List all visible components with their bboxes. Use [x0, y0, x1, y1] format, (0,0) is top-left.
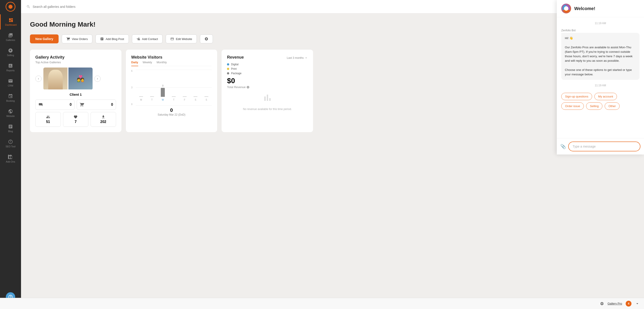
reports-icon [8, 63, 13, 68]
revenue-amount: $0 [227, 77, 308, 85]
legend-package-label: Package [231, 72, 242, 75]
website-icon [8, 109, 13, 114]
sidebar-item-blog[interactable]: Blog [0, 121, 21, 136]
downloads-stat: 202 [90, 112, 116, 127]
gallery-activity-subtitle: Top Active Galleries [35, 60, 116, 64]
view-orders-button[interactable]: View Orders [62, 34, 92, 44]
topbar: 3 M [21, 0, 322, 14]
search-icon [26, 5, 30, 9]
crm-icon [8, 78, 13, 84]
app-logo[interactable] [0, 0, 21, 14]
no-revenue-text: No revenue available for this time perio… [243, 108, 292, 111]
gallery-thumb-1 [44, 68, 68, 90]
downloads-value: 202 [100, 120, 106, 124]
view-orders-label: View Orders [72, 37, 88, 41]
add-contact-button[interactable]: Add Contact [132, 34, 163, 44]
favorites-stat: 7 [63, 112, 88, 127]
carousel-prev-button[interactable]: ‹ [35, 76, 42, 82]
gallery-carousel: ‹ 💑 [35, 68, 116, 90]
dashboard-content: Good Morning Mark! New Gallery View Orde… [21, 14, 322, 139]
sidebar-item-label-crm: CRM [8, 84, 13, 87]
add-blog-post-button[interactable]: Add Blog Post [96, 34, 128, 44]
sidebar-item-label-galleries: Galleries [6, 39, 15, 41]
sidebar-item-label-blog: Blog [8, 130, 13, 132]
legend-package: Package [227, 72, 308, 75]
cards-row: Gallery Activity Top Active Galleries ‹ … [30, 50, 313, 132]
website-visitors-title: Website Visitors [131, 55, 212, 60]
booking-icon [8, 94, 13, 98]
revenue-header: Revenue Last 3 months [227, 55, 308, 60]
bar-S1: S [194, 96, 198, 101]
comments-value: 0 [70, 103, 72, 107]
bar-S2: S [204, 96, 208, 101]
gallery-activity-card: Gallery Activity Top Active Galleries ‹ … [30, 50, 122, 132]
bar-T1: T [150, 96, 154, 101]
sidebar-item-selling[interactable]: Selling [0, 45, 21, 60]
sidebar-item-website[interactable]: Website [0, 106, 21, 121]
carousel-next-button[interactable]: › [94, 76, 100, 82]
main-content: Good Morning Mark! New Gallery View Orde… [21, 0, 322, 154]
downloads-icon [101, 115, 105, 119]
visitors-chart: 6 3 0 M [131, 70, 212, 106]
sidebar-nav: Dashboard Galleries Selling Reports CRM … [0, 14, 21, 154]
dashboard-icon [8, 18, 14, 22]
legend-digital-label: Digital [231, 63, 238, 66]
revenue-chart-icon [262, 92, 273, 103]
favorites-value: 7 [75, 120, 77, 124]
sidebar-item-label-selling: Selling [7, 54, 14, 56]
add-blog-icon [100, 37, 104, 41]
sidebar-item-seo[interactable]: SEO Tool [0, 136, 21, 151]
selling-icon [8, 48, 13, 53]
add-contact-label: Add Contact [142, 37, 158, 41]
cart-icon [80, 102, 84, 107]
sidebar-item-addons[interactable]: Add-Ons [0, 151, 21, 154]
revenue-period: Last 3 months [287, 56, 308, 60]
visitors-stat: 51 [35, 112, 61, 127]
sidebar-item-crm[interactable]: CRM [0, 75, 21, 90]
sidebar-item-label-seo: SEO Tool [6, 145, 16, 148]
sidebar-item-dashboard[interactable]: Dashboard [0, 14, 21, 30]
search-input[interactable] [33, 5, 100, 8]
action-bar: New Gallery View Orders Add Blog Post Ad… [30, 34, 313, 44]
info-icon [246, 86, 250, 89]
revenue-title: Revenue [227, 55, 244, 60]
seo-icon [8, 139, 13, 144]
star-icon [204, 37, 208, 41]
revenue-chart-area: No revenue available for this time perio… [227, 92, 308, 111]
bar-M: M [139, 96, 143, 101]
sidebar: Dashboard Galleries Selling Reports CRM … [0, 0, 21, 154]
edit-website-button[interactable]: Edit Website [166, 34, 197, 44]
sidebar-item-galleries[interactable]: Galleries [0, 30, 21, 45]
tab-weekly[interactable]: Weekly [143, 60, 152, 66]
bar-F: F [183, 96, 187, 101]
chart-y-labels: 6 3 0 [131, 70, 135, 106]
gallery-stats-top: 0 0 [35, 100, 116, 110]
star-button[interactable] [200, 34, 213, 44]
legend-print: Print [227, 67, 308, 70]
new-gallery-button[interactable]: New Gallery [30, 34, 58, 44]
revenue-label: Total Revenue [227, 86, 308, 89]
gallery-stats-bottom: 51 7 202 [35, 112, 116, 127]
favorites-icon [74, 115, 78, 119]
tab-daily[interactable]: Daily [131, 60, 138, 66]
gallery-grid: 💑 🤱 📷 74 photos [44, 68, 92, 90]
revenue-legend: Digital Print Package [227, 63, 308, 75]
visitors-value: 51 [46, 120, 50, 124]
greeting-heading: Good Morning Mark! [30, 20, 313, 28]
visitors-icon [46, 115, 50, 119]
legend-digital: Digital [227, 63, 308, 66]
comments-icon [38, 102, 43, 107]
tab-monthly[interactable]: Monthly [156, 60, 167, 66]
sidebar-item-label-website: Website [6, 115, 15, 118]
bar-T2: T [172, 96, 176, 101]
add-contact-icon [137, 37, 140, 41]
gallery-activity-title: Gallery Activity [35, 55, 116, 60]
sidebar-item-reports[interactable]: Reports [0, 60, 21, 75]
visitors-tabs: Daily Weekly Monthly [131, 60, 212, 66]
revenue-card: Revenue Last 3 months Digital Print [222, 50, 313, 132]
sidebar-item-label-booking: Booking [6, 100, 15, 102]
chart-date: Saturday Mar 22 (DoD) [131, 113, 212, 116]
search-wrap [26, 5, 322, 9]
sidebar-item-booking[interactable]: Booking [0, 90, 21, 106]
comments-stat: 0 [35, 100, 74, 110]
